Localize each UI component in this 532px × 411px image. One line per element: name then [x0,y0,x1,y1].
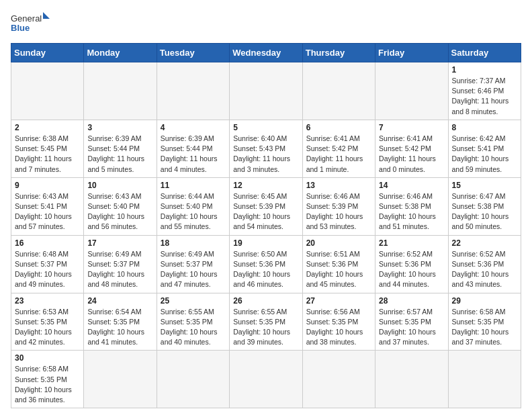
calendar-cell [302,351,375,408]
day-number: 15 [452,181,517,190]
weekday-header-wednesday: Wednesday [230,44,302,62]
day-number: 17 [87,238,152,248]
day-number: 27 [306,296,371,306]
day-number: 22 [452,238,517,248]
calendar-cell: 4Sunrise: 6:39 AM Sunset: 5:44 PM Daylig… [157,120,229,177]
calendar-cell: 14Sunrise: 6:46 AM Sunset: 5:38 PM Dayli… [375,177,448,235]
day-number: 10 [87,181,152,190]
day-info: Sunrise: 6:50 AM Sunset: 5:36 PM Dayligh… [233,249,298,290]
day-number: 25 [161,296,226,306]
calendar-cell: 7Sunrise: 6:41 AM Sunset: 5:42 PM Daylig… [375,120,448,177]
weekday-header-saturday: Saturday [448,44,521,62]
calendar-week-row: 9Sunrise: 6:43 AM Sunset: 5:41 PM Daylig… [11,177,521,235]
calendar-cell [448,351,521,408]
day-number: 13 [306,181,371,190]
day-number: 28 [379,296,444,306]
calendar-week-row: 23Sunrise: 6:53 AM Sunset: 5:35 PM Dayli… [11,293,521,351]
day-info: Sunrise: 7:37 AM Sunset: 6:46 PM Dayligh… [452,76,517,117]
calendar-cell: 26Sunrise: 6:55 AM Sunset: 5:35 PM Dayli… [230,293,302,351]
day-number: 1 [452,65,517,75]
day-number: 29 [452,296,517,306]
calendar-cell: 17Sunrise: 6:49 AM Sunset: 5:37 PM Dayli… [84,235,157,293]
day-info: Sunrise: 6:58 AM Sunset: 5:35 PM Dayligh… [15,364,80,405]
day-number: 19 [233,238,298,248]
calendar-cell: 29Sunrise: 6:58 AM Sunset: 5:35 PM Dayli… [448,293,521,351]
day-info: Sunrise: 6:41 AM Sunset: 5:42 PM Dayligh… [379,134,444,175]
calendar-cell: 9Sunrise: 6:43 AM Sunset: 5:41 PM Daylig… [11,177,84,235]
calendar-cell: 1Sunrise: 7:37 AM Sunset: 6:46 PM Daylig… [448,62,521,120]
day-number: 18 [161,238,226,248]
day-info: Sunrise: 6:55 AM Sunset: 5:35 PM Dayligh… [233,307,298,348]
calendar-cell: 3Sunrise: 6:39 AM Sunset: 5:44 PM Daylig… [84,120,157,177]
calendar-cell [84,351,157,408]
day-info: Sunrise: 6:58 AM Sunset: 5:35 PM Dayligh… [452,307,517,348]
calendar-cell: 22Sunrise: 6:52 AM Sunset: 5:36 PM Dayli… [448,235,521,293]
weekday-header-sunday: Sunday [11,44,84,62]
calendar-week-row: 1Sunrise: 7:37 AM Sunset: 6:46 PM Daylig… [11,62,521,120]
calendar-cell: 21Sunrise: 6:52 AM Sunset: 5:36 PM Dayli… [375,235,448,293]
day-number: 8 [452,123,517,132]
calendar-cell: 20Sunrise: 6:51 AM Sunset: 5:36 PM Dayli… [302,235,375,293]
day-info: Sunrise: 6:38 AM Sunset: 5:45 PM Dayligh… [15,134,80,175]
day-info: Sunrise: 6:44 AM Sunset: 5:40 PM Dayligh… [161,191,226,232]
day-info: Sunrise: 6:57 AM Sunset: 5:35 PM Dayligh… [379,307,444,348]
svg-text:General: General [11,13,42,24]
calendar-cell: 11Sunrise: 6:44 AM Sunset: 5:40 PM Dayli… [157,177,229,235]
day-info: Sunrise: 6:45 AM Sunset: 5:39 PM Dayligh… [233,191,298,232]
calendar-cell: 25Sunrise: 6:55 AM Sunset: 5:35 PM Dayli… [157,293,229,351]
calendar-cell [302,62,375,120]
day-number: 23 [15,296,80,306]
calendar-cell [230,62,302,120]
day-info: Sunrise: 6:55 AM Sunset: 5:35 PM Dayligh… [161,307,226,348]
day-info: Sunrise: 6:43 AM Sunset: 5:40 PM Dayligh… [87,191,152,232]
calendar-week-row: 16Sunrise: 6:48 AM Sunset: 5:37 PM Dayli… [11,235,521,293]
calendar-cell: 24Sunrise: 6:54 AM Sunset: 5:35 PM Dayli… [84,293,157,351]
calendar-cell [375,351,448,408]
day-number: 9 [15,181,80,190]
calendar-cell [157,62,229,120]
day-number: 12 [233,181,298,190]
page-header: GeneralBlue [11,11,521,36]
calendar-cell: 6Sunrise: 6:41 AM Sunset: 5:42 PM Daylig… [302,120,375,177]
calendar-cell: 13Sunrise: 6:46 AM Sunset: 5:39 PM Dayli… [302,177,375,235]
calendar-cell: 19Sunrise: 6:50 AM Sunset: 5:36 PM Dayli… [230,235,302,293]
day-info: Sunrise: 6:53 AM Sunset: 5:35 PM Dayligh… [15,307,80,348]
day-number: 7 [379,123,444,132]
day-number: 6 [306,123,371,132]
day-number: 4 [161,123,226,132]
calendar-table: SundayMondayTuesdayWednesdayThursdayFrid… [11,43,521,408]
day-info: Sunrise: 6:46 AM Sunset: 5:39 PM Dayligh… [306,191,371,232]
calendar-cell [157,351,229,408]
calendar-cell [11,62,84,120]
svg-marker-2 [43,12,50,19]
day-number: 16 [15,238,80,248]
day-number: 3 [87,123,152,132]
calendar-cell: 18Sunrise: 6:49 AM Sunset: 5:37 PM Dayli… [157,235,229,293]
day-number: 30 [15,353,80,363]
day-number: 20 [306,238,371,248]
weekday-header-thursday: Thursday [302,44,375,62]
day-info: Sunrise: 6:52 AM Sunset: 5:36 PM Dayligh… [452,249,517,290]
day-number: 14 [379,181,444,190]
svg-text:Blue: Blue [11,23,30,33]
day-number: 11 [161,181,226,190]
logo: GeneralBlue [11,11,51,36]
calendar-cell: 27Sunrise: 6:56 AM Sunset: 5:35 PM Dayli… [302,293,375,351]
day-number: 24 [87,296,152,306]
day-info: Sunrise: 6:54 AM Sunset: 5:35 PM Dayligh… [87,307,152,348]
calendar-cell: 10Sunrise: 6:43 AM Sunset: 5:40 PM Dayli… [84,177,157,235]
calendar-cell: 28Sunrise: 6:57 AM Sunset: 5:35 PM Dayli… [375,293,448,351]
calendar-cell: 2Sunrise: 6:38 AM Sunset: 5:45 PM Daylig… [11,120,84,177]
calendar-cell: 8Sunrise: 6:42 AM Sunset: 5:41 PM Daylig… [448,120,521,177]
calendar-cell [230,351,302,408]
day-info: Sunrise: 6:43 AM Sunset: 5:41 PM Dayligh… [15,191,80,232]
calendar-cell: 23Sunrise: 6:53 AM Sunset: 5:35 PM Dayli… [11,293,84,351]
weekday-header-monday: Monday [84,44,157,62]
day-info: Sunrise: 6:49 AM Sunset: 5:37 PM Dayligh… [161,249,226,290]
weekday-header-row: SundayMondayTuesdayWednesdayThursdayFrid… [11,44,521,62]
day-info: Sunrise: 6:39 AM Sunset: 5:44 PM Dayligh… [161,134,226,175]
calendar-week-row: 30Sunrise: 6:58 AM Sunset: 5:35 PM Dayli… [11,351,521,408]
calendar-cell: 30Sunrise: 6:58 AM Sunset: 5:35 PM Dayli… [11,351,84,408]
day-info: Sunrise: 6:42 AM Sunset: 5:41 PM Dayligh… [452,134,517,175]
logo-svg: GeneralBlue [11,11,51,36]
